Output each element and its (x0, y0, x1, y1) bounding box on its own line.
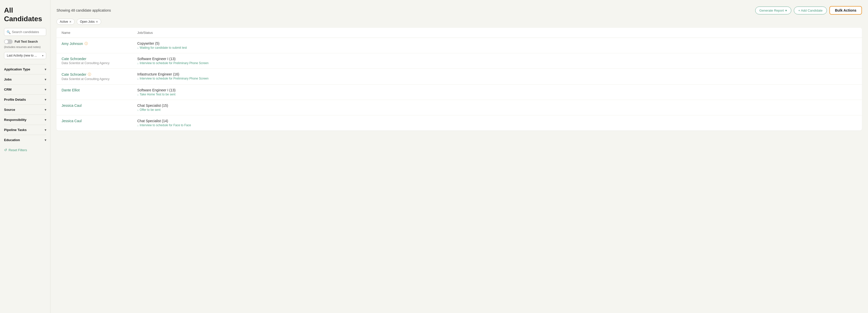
showing-count: Showing 48 candidate applications (57, 8, 111, 12)
filter-section-crm[interactable]: CRM ▾ (4, 84, 46, 94)
filter-section-source[interactable]: Source ▾ (4, 104, 46, 115)
table-row: Cate SchroederⓘData Scientist at Consult… (57, 69, 862, 85)
filter-header-education[interactable]: Education ▾ (4, 138, 46, 142)
filter-section-jobs[interactable]: Jobs ▾ (4, 74, 46, 84)
sort-select[interactable]: Last Activity (new to ... ▾ (4, 52, 46, 59)
job-title: Copywriter (5) (137, 41, 857, 45)
filter-tag-close[interactable]: × (69, 20, 71, 24)
candidate-name-link[interactable]: Dante Elliot (62, 88, 80, 92)
bulk-actions-button[interactable]: Bulk Actions (829, 6, 862, 14)
filter-header-responsibility[interactable]: Responsibility ▾ (4, 118, 46, 122)
job-status-link[interactable]: ↓ Waiting for candidate to submit test (137, 46, 857, 50)
sort-label: Last Activity (new to ... (7, 54, 37, 57)
filter-tag: Active × (57, 19, 75, 25)
chevron-down-icon: ▾ (45, 108, 46, 112)
job-title: Software Engineer I (13) (137, 57, 857, 61)
candidate-job-cell: Copywriter (5) ↓ Waiting for candidate t… (132, 38, 862, 53)
col-job-status: Job/Status (132, 28, 862, 38)
candidate-name-link[interactable]: Cate Schroeder (62, 57, 86, 61)
filter-tag-close[interactable]: × (96, 20, 98, 24)
candidate-name-link[interactable]: Amy Johnson (62, 42, 83, 46)
filter-sections: Application Type ▾ Jobs ▾ CRM ▾ Profile … (4, 64, 46, 145)
filter-header-source[interactable]: Source ▾ (4, 108, 46, 112)
filter-label-source: Source (4, 108, 15, 112)
candidate-name-row: Jessica Caul (62, 119, 127, 123)
candidate-name-cell: Cate SchroederⓘData Scientist at Consult… (57, 69, 132, 85)
search-icon: 🔍 (6, 30, 10, 34)
generate-report-label: Generate Report (760, 8, 784, 12)
active-filters: Active × Open Jobs × (57, 19, 862, 25)
filter-section-pipeline-tasks[interactable]: Pipeline Tasks ▾ (4, 125, 46, 135)
candidate-name-row: Cate Schroeder (62, 57, 127, 61)
filter-label-profile-details: Profile Details (4, 98, 26, 101)
candidate-name-row: Cate Schroederⓘ (62, 72, 127, 77)
reset-icon: ↺ (4, 148, 7, 152)
candidate-name-cell: Cate SchroederData Scientist at Consulti… (57, 53, 132, 69)
filter-header-jobs[interactable]: Jobs ▾ (4, 77, 46, 81)
table-row: Jessica Caul Chat Specialist (14) ↓ Inte… (57, 115, 862, 131)
job-status-text: Waiting for candidate to submit test (140, 46, 187, 50)
arrow-down-icon: ↓ (137, 108, 139, 111)
top-bar: Showing 48 candidate applications Genera… (57, 6, 862, 14)
chevron-down-icon: ▾ (45, 118, 46, 122)
filter-header-crm[interactable]: CRM ▾ (4, 88, 46, 91)
table-row: Cate SchroederData Scientist at Consulti… (57, 53, 862, 69)
candidate-name-cell: Dante Elliot (57, 85, 132, 100)
filter-label-crm: CRM (4, 88, 11, 91)
filter-section-responsibility[interactable]: Responsibility ▾ (4, 115, 46, 125)
filter-label-education: Education (4, 138, 20, 142)
candidate-name-row: Amy Johnsonⓘ (62, 41, 127, 46)
job-status-link[interactable]: ↓ Interview to schedule for Preliminary … (137, 61, 857, 65)
job-status-link[interactable]: ↓ Interview to schedule for Preliminary … (137, 77, 857, 80)
filter-section-profile-details[interactable]: Profile Details ▾ (4, 94, 46, 104)
filter-section-education[interactable]: Education ▾ (4, 135, 46, 145)
chevron-down-icon: ▾ (45, 88, 46, 91)
filter-tag-label: Active (60, 20, 68, 24)
add-candidate-button[interactable]: + Add Candidate (794, 6, 827, 14)
candidate-name-row: Dante Elliot (62, 88, 127, 92)
chevron-down-icon: ▾ (45, 138, 46, 142)
filter-label-pipeline-tasks: Pipeline Tasks (4, 128, 27, 132)
job-status-link[interactable]: ↓ Offer to be sent (137, 108, 857, 112)
table-row: Amy Johnsonⓘ Copywriter (5) ↓ Waiting fo… (57, 38, 862, 53)
filter-tag: Open Jobs × (77, 19, 101, 25)
filter-section-application-type[interactable]: Application Type ▾ (4, 64, 46, 74)
generate-report-button[interactable]: Generate Report ▾ (755, 6, 792, 14)
chevron-down-icon: ▾ (45, 78, 46, 81)
filter-header-application-type[interactable]: Application Type ▾ (4, 67, 46, 71)
filter-tag-label: Open Jobs (80, 20, 95, 24)
arrow-down-icon: ↓ (137, 77, 139, 80)
candidate-name-row: Jessica Caul (62, 103, 127, 107)
main-content: Showing 48 candidate applications Genera… (51, 0, 868, 313)
job-status-text: Take Home Test to be sent (140, 93, 176, 96)
candidate-name-cell: Jessica Caul (57, 100, 132, 115)
reset-filters-button[interactable]: ↺ Reset Filters (4, 148, 46, 152)
job-status-link[interactable]: ↓ Interview to schedule for Face to Face (137, 123, 857, 127)
filter-label-jobs: Jobs (4, 77, 11, 81)
full-text-search-toggle[interactable] (4, 39, 12, 44)
candidate-name-link[interactable]: Jessica Caul (62, 119, 82, 123)
job-status-text: Interview to schedule for Face to Face (140, 123, 191, 127)
job-status-text: Interview to schedule for Preliminary Ph… (140, 77, 209, 80)
candidate-subtitle: Data Scientist at Consulting Agency (62, 61, 127, 65)
candidate-job-cell: Chat Specialist (14) ↓ Interview to sche… (132, 115, 862, 131)
candidate-name-link[interactable]: Cate Schroeder (62, 72, 86, 76)
candidate-subtitle: Data Scientist at Consulting Agency (62, 77, 127, 81)
add-candidate-label: + Add Candidate (798, 8, 823, 12)
arrow-down-icon: ↓ (137, 93, 139, 96)
chevron-down-icon: ▾ (45, 98, 46, 101)
chevron-down-icon: ▾ (45, 128, 46, 132)
arrow-down-icon: ↓ (137, 124, 139, 127)
page-title: All Candidates (4, 6, 46, 23)
sidebar: All Candidates 🔍 Full Text Search (Inclu… (0, 0, 51, 313)
filter-header-pipeline-tasks[interactable]: Pipeline Tasks ▾ (4, 128, 46, 132)
search-container: 🔍 (4, 28, 46, 36)
filter-header-profile-details[interactable]: Profile Details ▾ (4, 98, 46, 101)
chevron-down-icon: ▾ (42, 54, 43, 57)
table-body: Amy Johnsonⓘ Copywriter (5) ↓ Waiting fo… (57, 38, 862, 131)
candidate-name-link[interactable]: Jessica Caul (62, 103, 82, 107)
job-status-link[interactable]: ↓ Take Home Test to be sent (137, 93, 857, 96)
toggle-knob (4, 40, 8, 43)
full-text-label: Full Text Search (14, 40, 38, 43)
job-title: Software Engineer I (13) (137, 88, 857, 92)
